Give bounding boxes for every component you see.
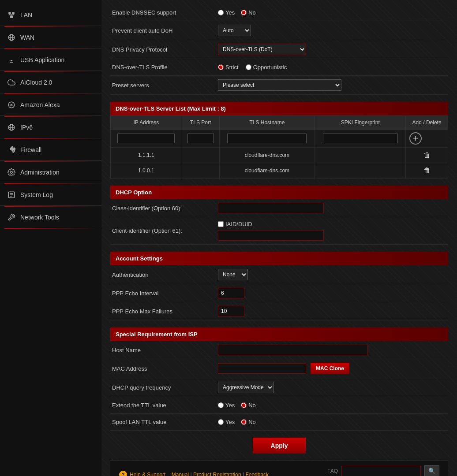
class-id-label: Class-identifier (Option 60): [112, 205, 218, 212]
sidebar-label-usb: USB Application [20, 56, 64, 63]
col-tls-port-header: TLS Port [182, 116, 219, 130]
dot-strict-label[interactable]: Strict [218, 64, 239, 71]
dnssec-no-label[interactable]: No [241, 9, 256, 16]
dns-table-header: DNS-over-TLS Server List (Max Limit : 8) [110, 102, 448, 115]
dns-spki-2 [315, 163, 406, 178]
extend-ttl-no-radio[interactable] [241, 402, 247, 408]
spki-input[interactable] [323, 134, 398, 143]
sidebar-item-lan[interactable]: LAN [0, 4, 101, 26]
sidebar-item-syslog[interactable]: System Log [0, 184, 101, 206]
dot-profile-row: DNS-over-TLS Profile Strict Opportunisti… [110, 59, 448, 76]
dot-strict-text: Strict [225, 64, 239, 71]
dns-port-2 [182, 163, 219, 178]
extend-ttl-yes-label[interactable]: Yes [218, 402, 235, 409]
client-id-input[interactable] [218, 230, 324, 241]
help-support-link[interactable]: Help & Support [130, 472, 165, 476]
extend-ttl-no-label[interactable]: No [241, 402, 256, 409]
apply-button[interactable]: Apply [253, 438, 306, 454]
dot-opportunistic-label[interactable]: Opportunistic [246, 64, 287, 71]
spoof-lan-no-radio[interactable] [241, 419, 247, 425]
host-name-control [218, 345, 446, 355]
faq-input[interactable] [341, 466, 421, 476]
mac-address-row: MAC Address MAC Clone [110, 359, 448, 378]
dhcp-block: DHCP Option Class-identifier (Option 60)… [110, 186, 448, 245]
svg-point-14 [11, 171, 13, 174]
dns-settings-block: Enable DNSSEC support Yes No [110, 4, 448, 95]
hostname-input[interactable] [227, 134, 307, 143]
extend-ttl-control: Yes No [218, 402, 446, 409]
sidebar-item-usb[interactable]: USB Application [0, 49, 101, 71]
add-dns-button[interactable]: + [409, 132, 422, 145]
ppp-echo-max-row: PPP Echo Max Failures [110, 302, 448, 320]
auth-row: Authentication None PAP CHAP [110, 265, 448, 284]
faq-label: FAQ [327, 468, 338, 474]
sidebar-item-aicloud[interactable]: AiCloud 2.0 [0, 72, 101, 93]
col-tls-hostname-header: TLS Hostname [219, 116, 315, 130]
dnssec-control: Yes No [218, 9, 446, 16]
auth-select[interactable]: None PAP CHAP [218, 269, 248, 280]
dnssec-yes-radio[interactable] [218, 10, 224, 15]
mac-address-input[interactable] [218, 363, 306, 374]
dnssec-yes-label[interactable]: Yes [218, 9, 235, 16]
dhcp-query-control: Aggressive Mode Normal Mode [218, 382, 446, 393]
mac-address-control: MAC Clone [218, 363, 446, 374]
delete-dns-2-button[interactable]: 🗑 [421, 166, 433, 175]
extend-ttl-no-text: No [248, 402, 256, 409]
preset-servers-select[interactable]: Please select [218, 79, 341, 91]
footer: ? Help & Support Manual | Product Regist… [110, 461, 448, 476]
dnssec-no-text: No [248, 9, 256, 16]
ip-input[interactable] [117, 134, 175, 143]
spoof-lan-yes-label[interactable]: Yes [218, 419, 235, 425]
ppp-echo-max-input[interactable] [218, 306, 244, 316]
iaid-duid-label[interactable]: IAID/DUID [218, 221, 324, 227]
spoof-lan-yes-radio[interactable] [218, 419, 224, 425]
dhcp-query-label: DHCP query frequency [112, 384, 218, 391]
sidebar-item-ipv6[interactable]: IPv6 [0, 117, 101, 138]
dns-spki-1 [315, 148, 406, 163]
feedback-link[interactable]: Feedback [245, 472, 269, 476]
dot-opportunistic-radio[interactable] [246, 64, 251, 70]
faq-search-button[interactable]: 🔍 [424, 465, 439, 476]
ppp-echo-interval-input[interactable] [218, 288, 244, 298]
sidebar-item-wan[interactable]: WAN [0, 27, 101, 48]
ppp-echo-interval-label: PPP Echo Interval [112, 290, 218, 297]
mac-clone-button[interactable]: MAC Clone [311, 363, 349, 374]
auth-control: None PAP CHAP [218, 269, 446, 280]
dns-privacy-select[interactable]: DNS-over-TLS (DoT) None [218, 44, 306, 55]
prevent-doh-label: Prevent client auto DoH [112, 27, 218, 34]
iaid-duid-checkbox[interactable] [218, 221, 224, 227]
spoof-lan-control: Yes No [218, 419, 446, 425]
ppp-echo-interval-row: PPP Echo Interval [110, 284, 448, 302]
ppp-echo-max-label: PPP Echo Max Failures [112, 308, 218, 315]
product-registration-link[interactable]: Product Registration [193, 472, 241, 476]
dns-ip-2: 1.0.0.1 [111, 163, 182, 178]
host-name-input[interactable] [218, 345, 368, 355]
dot-strict-radio[interactable] [218, 64, 224, 70]
extend-ttl-row: Extend the TTL value Yes No [110, 397, 448, 414]
prevent-doh-control: Auto Block Disable [218, 25, 446, 36]
sidebar-item-administration[interactable]: Administration [0, 162, 101, 183]
dns-hostname-2: cloudflare-dns.com [219, 163, 315, 178]
dhcp-query-select[interactable]: Aggressive Mode Normal Mode [218, 382, 274, 393]
sidebar-item-network-tools[interactable]: Network Tools [0, 207, 101, 228]
dnssec-no-radio[interactable] [241, 10, 247, 15]
sidebar-label-network-tools: Network Tools [20, 214, 59, 221]
client-id-label: Client-identifier (Option 61): [112, 227, 218, 234]
sidebar-item-alexa[interactable]: Amazon Alexa [0, 94, 101, 116]
alexa-icon [7, 100, 16, 109]
manual-link[interactable]: Manual [172, 472, 189, 476]
prevent-doh-select[interactable]: Auto Block Disable [218, 25, 251, 36]
delete-dns-1-button[interactable]: 🗑 [421, 150, 433, 160]
spoof-lan-label: Spoof LAN TTL value [112, 419, 218, 425]
extend-ttl-yes-radio[interactable] [218, 402, 224, 408]
sidebar-item-firewall[interactable]: Firewall [0, 139, 101, 161]
class-id-input[interactable] [218, 203, 324, 213]
ipv6-icon [7, 123, 16, 132]
port-input-cell [182, 130, 219, 148]
sidebar-label-alexa: Amazon Alexa [20, 101, 60, 108]
sidebar-label-syslog: System Log [20, 191, 53, 198]
spoof-lan-no-label[interactable]: No [241, 419, 256, 425]
port-input[interactable] [187, 134, 214, 143]
dns-table-header-row: IP Address TLS Port TLS Hostname SPKI Fi… [111, 116, 448, 130]
dns-hostname-1: cloudflare-dns.com [219, 148, 315, 163]
